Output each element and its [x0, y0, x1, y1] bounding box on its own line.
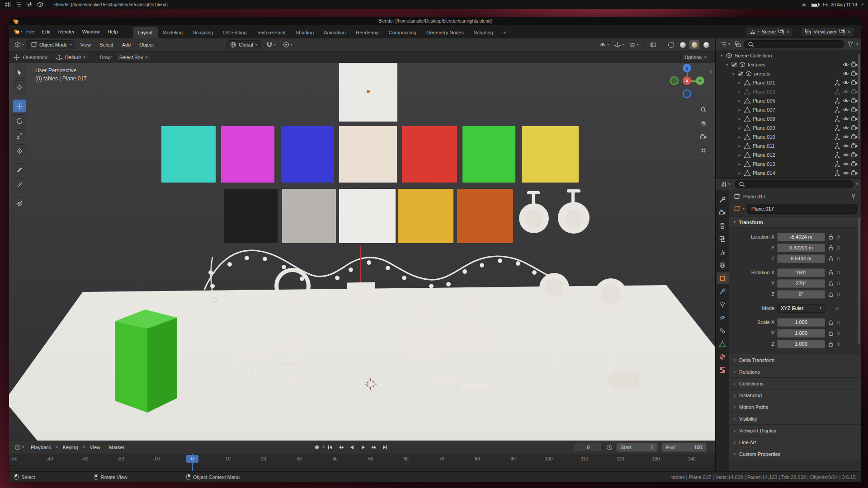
animate-decorator[interactable] — [837, 246, 840, 249]
texture-plane[interactable] — [402, 126, 457, 183]
gizmo-y-axis[interactable]: Y — [696, 76, 704, 85]
properties-scrollbar[interactable] — [858, 217, 860, 344]
object-name[interactable]: Plane.002 — [753, 89, 775, 94]
tab-layout[interactable]: Layout — [133, 27, 158, 38]
add-workspace-button[interactable]: + — [498, 27, 511, 38]
tool-select-box[interactable] — [13, 66, 26, 79]
tab-object-data[interactable] — [717, 338, 729, 349]
outliner-row-object[interactable]: ▸ Plane.007 — [716, 105, 861, 114]
disable-in-renders-toggle[interactable] — [851, 107, 858, 113]
tab-material[interactable] — [717, 351, 729, 362]
menu-playback[interactable]: Playback — [27, 443, 55, 452]
green-cube[interactable] — [115, 310, 177, 413]
collection-name[interactable]: Scene Collection — [735, 53, 772, 58]
xray-toggle[interactable] — [648, 41, 658, 49]
panel-custom-properties[interactable]: ›Custom Properties — [729, 448, 861, 460]
rotation-z-field[interactable]: 0° — [777, 290, 825, 299]
outliner-row-object[interactable]: ▸ Plane.005 — [716, 96, 861, 105]
mode-dropdown[interactable]: Object Mode▾ — [27, 40, 75, 49]
disable-in-renders-toggle[interactable] — [851, 143, 858, 149]
hide-in-viewport-toggle[interactable] — [843, 125, 849, 131]
tool-scale[interactable] — [13, 129, 26, 142]
scale-y-field[interactable]: 1.000 — [777, 329, 825, 338]
outliner-row-object[interactable]: ▸ Plane.014 — [716, 169, 861, 178]
expand-icon[interactable]: ▸ — [737, 153, 742, 157]
pin-icon[interactable] — [850, 193, 857, 200]
gizmo-x-axis[interactable]: X — [683, 76, 691, 85]
panel-motion-paths[interactable]: ›Motion Paths — [729, 401, 861, 413]
expand-icon[interactable]: ▸ — [737, 80, 742, 85]
scene-selector[interactable]: ▾ Scene × — [745, 27, 793, 36]
proportional-editing-toggle[interactable]: ▾ — [281, 41, 294, 49]
tool-annotate[interactable] — [13, 163, 26, 176]
tool-rotate[interactable] — [13, 114, 26, 127]
options-dropdown[interactable]: Options▾ — [680, 53, 710, 62]
apps-grid-icon[interactable] — [5, 1, 11, 8]
menu-view[interactable]: View — [86, 443, 104, 452]
play-reverse-button[interactable] — [347, 443, 357, 452]
expand-icon[interactable]: ▸ — [737, 171, 742, 175]
animate-decorator[interactable] — [837, 332, 840, 335]
collection-checkbox[interactable] — [731, 62, 737, 67]
texture-plane[interactable] — [224, 189, 278, 243]
tab-shading[interactable]: Shading — [291, 27, 319, 38]
rotation-x-field[interactable]: 180° — [777, 268, 825, 277]
orthographic-toggle-button[interactable] — [698, 145, 709, 156]
editor-type-button[interactable]: ▾ — [13, 41, 26, 49]
disable-in-renders-toggle[interactable] — [851, 170, 858, 176]
panel-delta-transform[interactable]: ›Delta Transform — [729, 354, 861, 366]
string-lights-object[interactable] — [202, 239, 569, 307]
properties-editor-type-button[interactable]: ▾ — [719, 180, 732, 188]
stopwatch-icon[interactable] — [606, 444, 613, 450]
timeline-ruler[interactable]: -50 -40 -30 -20 -10 0 10 20 30 40 50 60 … — [9, 454, 715, 465]
outliner-row-scene-collection[interactable]: ▾ Scene Collection — [716, 51, 861, 60]
tab-tool[interactable] — [717, 194, 729, 205]
navigation-gizmo[interactable]: Z Y X — [670, 64, 704, 98]
hide-in-viewport-toggle[interactable] — [843, 143, 849, 149]
tab-output[interactable] — [717, 220, 729, 231]
next-keyframe-button[interactable] — [369, 443, 379, 452]
outliner-row-object[interactable]: ▸ Plane.011 — [716, 141, 861, 150]
object-name[interactable]: Plane.009 — [753, 125, 775, 131]
hide-in-viewport-toggle[interactable] — [843, 152, 849, 158]
lock-icon[interactable] — [828, 291, 834, 297]
outliner-row-object[interactable]: ▸ Plane.010 — [716, 132, 861, 141]
menu-file[interactable]: File — [23, 27, 38, 36]
tab-particles[interactable] — [717, 299, 729, 310]
animate-decorator[interactable] — [837, 257, 840, 260]
tab-rendering[interactable]: Rendering — [351, 27, 384, 38]
orientation-dropdown[interactable]: Default▾ — [52, 53, 90, 62]
tab-texture[interactable] — [717, 364, 729, 375]
tab-scripting[interactable]: Scripting — [469, 27, 498, 38]
outliner-editor-type-button[interactable]: ▾ — [719, 40, 732, 48]
menu-view[interactable]: View — [76, 40, 94, 49]
outliner-row-object[interactable]: ▸ Plane.002 — [716, 87, 861, 96]
battery-icon[interactable] — [811, 3, 819, 7]
display-mode-icon[interactable] — [735, 41, 741, 47]
expand-icon[interactable]: ▾ — [731, 71, 736, 76]
disable-in-renders-toggle[interactable] — [851, 89, 858, 95]
expand-icon[interactable]: ▸ — [737, 117, 742, 121]
hide-in-viewport-toggle[interactable] — [843, 134, 849, 140]
texture-plane[interactable] — [221, 126, 274, 183]
tool-cursor[interactable] — [13, 80, 26, 94]
texture-plane[interactable] — [522, 126, 579, 183]
panel-viewport-display[interactable]: ›Viewport Display — [729, 424, 861, 436]
hide-in-viewport-toggle[interactable] — [843, 107, 849, 113]
texture-plane[interactable] — [339, 189, 396, 243]
object-name[interactable]: Plane.005 — [753, 98, 775, 103]
expand-icon[interactable]: ▸ — [737, 135, 742, 139]
gizmo-z-axis[interactable]: Z — [683, 64, 691, 72]
tab-animation[interactable]: Animation — [319, 27, 351, 38]
texture-plane[interactable] — [282, 189, 336, 243]
shading-wireframe-button[interactable] — [666, 40, 676, 49]
blender-menu-icon[interactable] — [14, 28, 20, 35]
object-name[interactable]: Plane.013 — [753, 161, 775, 167]
menu-marker[interactable]: Marker — [105, 443, 128, 452]
disable-in-renders-toggle[interactable] — [851, 125, 858, 131]
hide-in-viewport-toggle[interactable] — [843, 89, 849, 95]
disable-in-renders-toggle[interactable] — [851, 98, 858, 104]
playhead-handle[interactable]: 0 — [186, 455, 198, 463]
object-name[interactable]: Plane.010 — [753, 134, 775, 140]
hide-in-viewport-toggle[interactable] — [843, 80, 849, 86]
